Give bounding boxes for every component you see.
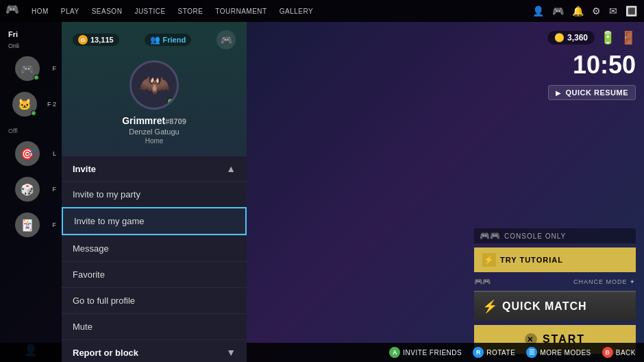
menu-message[interactable]: Message <box>62 235 247 261</box>
report-section-title: Report or block <box>73 348 138 358</box>
profile-panel: G 13,115 👥 Friend 🎮 🦇 Grimmret#8709 Denz… <box>62 22 247 362</box>
favorite-label: Favorite <box>73 269 105 280</box>
friend-icon: 👥 <box>150 35 160 45</box>
offline-name-2: F <box>53 186 57 193</box>
battery-icon: 🔋 <box>600 30 615 45</box>
offline-name-1: L <box>53 150 56 157</box>
nav-item-gallery[interactable]: GALLERY <box>274 6 319 16</box>
rotate-action[interactable]: R ROTATE <box>473 347 515 358</box>
currency-icon: 🟡 <box>554 33 565 43</box>
friend-badge: 👥 Friend <box>145 34 192 46</box>
rotate-label: ROTATE <box>486 349 515 357</box>
tutorial-icon: ⚡ <box>482 253 496 267</box>
menu-invite-section[interactable]: Invite ▲ <box>62 156 247 181</box>
tutorial-label: TRY TUTORIAL <box>500 256 563 264</box>
back-label: BACK <box>616 349 636 357</box>
notification-icon[interactable]: 🔔 <box>571 4 585 18</box>
r-button-icon: R <box>473 347 484 358</box>
avatar-offline-1: 🎯 <box>15 141 40 166</box>
avatar-friend-2: 🐱 <box>12 92 37 117</box>
profile-realname: Denzel Gatugu <box>129 128 179 136</box>
menu-report-section[interactable]: Report or block ▼ <box>62 339 247 362</box>
quick-match-button[interactable]: ⚡ QUICK MATCH <box>474 291 636 321</box>
menu-full-profile[interactable]: Go to full profile <box>62 287 247 313</box>
friend-text: Friend <box>163 36 186 44</box>
quick-resume-label: QUICK RESUME <box>565 88 628 97</box>
steam-icon: 🎮 <box>221 34 232 45</box>
try-tutorial-button[interactable]: ⚡ TRY TUTORIAL <box>474 248 636 272</box>
sidebar-item-friend-1[interactable]: 🎮 F <box>3 51 59 86</box>
sidebar-item-offline-3[interactable]: 🃏 F <box>3 207 59 243</box>
profile-header: G 13,115 👥 Friend 🎮 🦇 Grimmret#8709 Denz… <box>62 22 247 156</box>
menu-button-icon: ☰ <box>526 347 537 358</box>
sidebar-item-friend-2[interactable]: 🐱 F 2 <box>3 86 59 122</box>
sidebar-title: Fri <box>3 27 59 41</box>
b-button-icon: B <box>602 347 613 358</box>
sidebar-item-offline-2[interactable]: 🎲 F <box>3 171 59 207</box>
a-button-icon: A <box>389 347 400 358</box>
console-icon: 🎮🎮 <box>480 231 500 241</box>
friend-name-1: F <box>53 65 57 72</box>
mute-label: Mute <box>73 322 92 332</box>
back-action[interactable]: B BACK <box>602 347 636 358</box>
nav-item-play[interactable]: PLAY <box>55 6 85 16</box>
invite-section-title: Invite <box>73 164 96 174</box>
profile-stats-row: G 13,115 👥 Friend 🎮 <box>73 30 236 49</box>
message-icon[interactable]: ✉ <box>608 4 619 18</box>
nav-item-store[interactable]: STORE <box>173 6 209 16</box>
offline-name-3: F <box>53 221 57 228</box>
exit-icon[interactable]: 🚪 <box>621 30 636 45</box>
console-only-badge: 🎮🎮 CONSOLE ONLY <box>474 228 636 243</box>
currency-amount: 3,360 <box>567 33 588 43</box>
coin-icon: G <box>78 35 88 45</box>
quick-match-label: QUICK MATCH <box>502 300 587 313</box>
invite-chevron-icon: ▲ <box>226 163 236 174</box>
console-text: CONSOLE ONLY <box>504 232 566 240</box>
steam-button[interactable]: 🎮 <box>216 30 236 49</box>
menu-invite-party[interactable]: Invite to my party <box>62 181 247 207</box>
nav-item-hom[interactable]: HOM <box>26 6 54 16</box>
nav-item-tournament[interactable]: TOURNAMENT <box>210 6 272 16</box>
controller-icon[interactable]: 🎮 <box>551 4 565 18</box>
lightning-icon: ⚡ <box>482 299 498 314</box>
menu-favorite[interactable]: Favorite <box>62 261 247 287</box>
coin-display: G 13,115 <box>73 34 119 46</box>
play-icon: ▶ <box>556 89 561 97</box>
app-logo: 🎮 <box>5 3 22 19</box>
profile-username: Grimmret#8709 <box>122 115 186 126</box>
avatar-offline-2: 🎲 <box>15 177 40 202</box>
more-modes-action[interactable]: ☰ MORE MODES <box>526 347 591 358</box>
time-display: 10:50 <box>573 51 636 80</box>
quick-resume-button[interactable]: ▶ QUICK RESUME <box>548 85 636 100</box>
menu-icon[interactable]: 🔳 <box>624 4 639 18</box>
friend-name-2: F 2 <box>47 101 56 108</box>
avatar-offline-3: 🃏 <box>15 213 40 237</box>
online-label: Onli <box>3 41 59 51</box>
menu-mute[interactable]: Mute <box>62 313 247 339</box>
chance-mode-row: 🎮🎮 CHANCE MODE ✦ <box>474 276 636 287</box>
avatar-online-dot <box>166 97 175 106</box>
invite-friends-action[interactable]: A INVITE FRIENDS <box>389 347 462 358</box>
profile-avatar: 🦇 <box>129 60 179 110</box>
menu-invite-game[interactable]: Invite to my game <box>62 207 247 235</box>
offline-label: Offl <box>3 122 59 136</box>
profile-icon[interactable]: 👤 <box>531 4 545 18</box>
profile-tag: #8709 <box>165 117 186 125</box>
nav-item-season[interactable]: SEASON <box>86 6 128 16</box>
chance-mode-label: CHANCE MODE ✦ <box>573 278 636 285</box>
invite-party-label: Invite to my party <box>73 189 140 200</box>
left-sidebar: Fri Onli 🎮 F 🐱 F 2 Offl 🎯 L 🎲 F 🃏 F 👤 <box>0 22 62 362</box>
message-label: Message <box>73 243 109 254</box>
settings-icon[interactable]: ⚙ <box>591 4 602 18</box>
profile-avatar-area: 🦇 Grimmret#8709 Denzel Gatugu Home <box>73 55 236 150</box>
context-menu: Invite ▲ Invite to my party Invite to my… <box>62 156 247 362</box>
avatar-friend-1: 🎮 <box>15 56 40 81</box>
top-currency-row: 🟡 3,360 🔋 🚪 <box>547 30 636 45</box>
profile-location: Home <box>145 137 164 145</box>
nav-item-justice[interactable]: JUSTICE <box>129 6 171 16</box>
sidebar-item-offline-1[interactable]: 🎯 L <box>3 136 59 171</box>
full-profile-label: Go to full profile <box>73 295 135 306</box>
game-ui: 🟡 3,360 🔋 🚪 10:50 ▶ QUICK RESUME 🎮🎮 CONS… <box>466 22 644 362</box>
gamepad-icon: 🎮🎮 <box>474 278 491 285</box>
coin-amount: 13,115 <box>90 36 114 44</box>
